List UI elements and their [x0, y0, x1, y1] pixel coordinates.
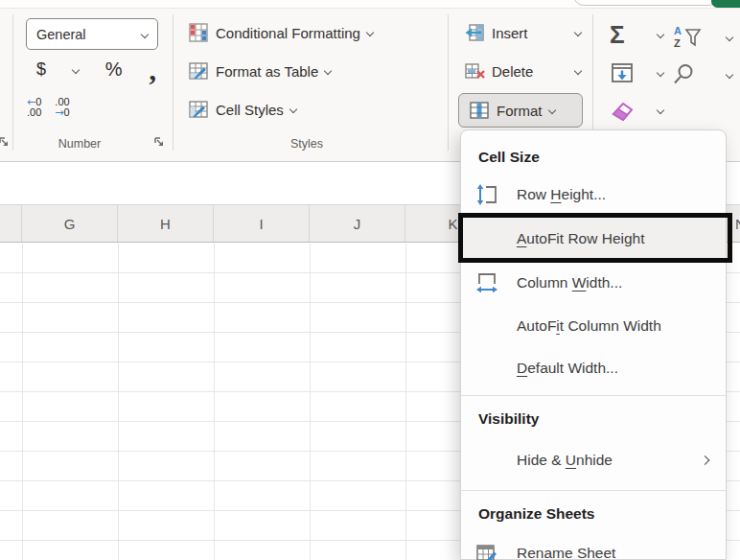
- percent-style-button[interactable]: %: [105, 58, 123, 81]
- column-header-j[interactable]: J: [310, 205, 405, 242]
- dialog-launcher-icon[interactable]: [153, 136, 166, 149]
- menu-header-organize-sheets: Organize Sheets: [461, 497, 726, 531]
- accounting-format-button[interactable]: $: [36, 59, 46, 80]
- chevron-down-icon: [657, 69, 664, 77]
- chevron-down-icon: [289, 105, 297, 113]
- increase-decimal-button[interactable]: ←0 .00: [27, 97, 41, 118]
- menu-item-rename-sheet[interactable]: Rename Sheet: [461, 531, 726, 560]
- chevron-down-icon: [141, 30, 149, 37]
- format-cells-icon: [469, 100, 490, 121]
- decrease-decimal-button[interactable]: .00 →0: [55, 97, 69, 118]
- format-button[interactable]: Format: [458, 93, 583, 128]
- magnifier-icon: [671, 62, 696, 87]
- menu-item-autofit-row-height[interactable]: AutoFit Row Height: [461, 217, 726, 261]
- chevron-down-icon: [726, 71, 733, 79]
- insert-cells-icon: [464, 22, 485, 43]
- delete-cells-icon: [464, 60, 485, 82]
- submenu-arrow-icon: [701, 455, 710, 465]
- format-menu: Cell Size Row Height... AutoFit Row Heig…: [460, 129, 727, 560]
- fill-button[interactable]: [610, 60, 663, 85]
- column-header-h[interactable]: H: [118, 205, 214, 242]
- menu-item-hide-unhide[interactable]: Hide & Unhide: [461, 436, 726, 484]
- column-header-i[interactable]: I: [214, 205, 310, 242]
- chevron-down-icon: [574, 29, 582, 36]
- excel-window: G H I J K N General: [0, 0, 740, 560]
- floating-toolbar-edge: [573, 0, 719, 6]
- chevron-down-icon: [547, 106, 555, 114]
- eraser-icon: [610, 97, 636, 124]
- svg-text:A: A: [674, 25, 682, 36]
- column-width-icon: [475, 271, 498, 294]
- chevron-down-icon: [324, 67, 332, 75]
- chevron-down-icon: [366, 29, 374, 36]
- menu-separator: [461, 490, 726, 491]
- comma-style-button[interactable]: ,: [149, 65, 156, 75]
- rename-sheet-icon: [475, 542, 498, 560]
- sort-filter-button[interactable]: A Z: [673, 24, 732, 51]
- column-header-partial-left[interactable]: [0, 205, 22, 242]
- svg-text:Z: Z: [674, 37, 681, 49]
- find-select-button[interactable]: [671, 62, 732, 87]
- menu-item-default-width[interactable]: Default Width...: [461, 347, 726, 389]
- conditional-formatting-button[interactable]: Conditional Formatting: [188, 22, 373, 43]
- menu-item-row-height[interactable]: Row Height...: [461, 173, 726, 217]
- number-format-dropdown[interactable]: General: [26, 18, 158, 50]
- sort-filter-icon: A Z: [673, 24, 707, 51]
- cell-styles-icon: [188, 99, 209, 120]
- number-format-value: General: [36, 27, 86, 42]
- insert-cells-button[interactable]: Insert: [464, 22, 581, 43]
- format-as-table-icon: [188, 60, 209, 82]
- delete-cells-button[interactable]: Delete: [464, 60, 581, 82]
- chevron-down-icon: [726, 34, 733, 41]
- sigma-icon: Σ: [610, 22, 625, 47]
- menu-item-autofit-column-width[interactable]: AutoFit Column Width: [461, 305, 726, 347]
- chevron-down-icon: [574, 67, 582, 75]
- dialog-launcher-icon[interactable]: [0, 136, 11, 149]
- format-as-table-button[interactable]: Format as Table: [188, 60, 331, 82]
- chevron-down-icon[interactable]: [72, 65, 80, 73]
- row-height-icon: [475, 183, 498, 206]
- conditional-formatting-icon: [188, 22, 209, 43]
- column-header-g[interactable]: G: [22, 205, 118, 242]
- menu-header-visibility: Visibility: [461, 402, 726, 436]
- green-button-partial[interactable]: [711, 0, 740, 8]
- autosum-button[interactable]: Σ: [610, 22, 663, 47]
- menu-separator: [461, 395, 726, 396]
- styles-group-label: Styles: [259, 137, 355, 151]
- clear-button[interactable]: [610, 97, 663, 124]
- chevron-down-icon: [657, 106, 664, 114]
- menu-item-column-width[interactable]: Column Width...: [461, 261, 726, 305]
- number-group-label: Number: [32, 137, 127, 151]
- cell-styles-button[interactable]: Cell Styles: [188, 99, 296, 120]
- chevron-down-icon: [657, 31, 664, 38]
- menu-header-cell-size: Cell Size: [461, 142, 726, 173]
- fill-down-icon: [610, 60, 635, 85]
